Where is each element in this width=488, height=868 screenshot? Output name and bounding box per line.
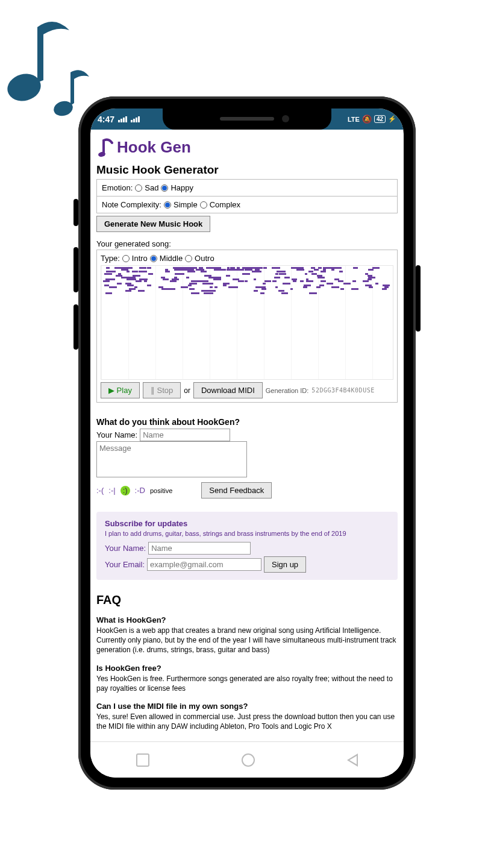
faq-q-0: What is HookGen? xyxy=(96,615,398,624)
radio-emotion-happy[interactable] xyxy=(161,184,168,192)
mute-icon: 🔕 xyxy=(362,115,372,124)
faq-a-2: Yes, sure! Even allowed in commercial us… xyxy=(96,712,398,731)
phone-notch xyxy=(163,108,331,130)
emotion-option-happy[interactable]: Happy xyxy=(170,183,193,192)
subscribe-heading: Subscribe for updates xyxy=(105,519,389,528)
lte-indicator: LTE xyxy=(348,116,360,123)
sentiment-vpositive-icon[interactable]: :-D xyxy=(135,486,145,495)
emotion-label: Emotion: xyxy=(102,183,133,192)
feedback-name-input[interactable] xyxy=(140,429,230,441)
signup-button[interactable]: Sign up xyxy=(264,556,306,573)
signal-icon-2 xyxy=(131,116,140,122)
sentiment-positive-icon[interactable]: :) xyxy=(120,486,130,495)
phone-frame: 4:47 LTE 🔕 42 ⚡ Hook Gen xyxy=(78,96,416,790)
signal-icon xyxy=(118,116,127,122)
battery-indicator: 42 xyxy=(374,115,386,123)
subscribe-panel: Subscribe for updates I plan to add drum… xyxy=(96,512,398,580)
send-feedback-button[interactable]: Send Feedback xyxy=(201,482,272,498)
volume-down-button xyxy=(74,304,78,350)
charging-icon: ⚡ xyxy=(388,115,396,123)
complexity-label: Note Complexity: xyxy=(102,200,161,209)
faq-q-1: Is HookGen free? xyxy=(96,664,398,673)
faq-a-1: Yes HookGen is free. Furthermore songs g… xyxy=(96,674,398,693)
nav-home-icon[interactable] xyxy=(242,753,255,767)
generation-id: 52DGG3F4B4K0DUSE xyxy=(311,387,374,394)
type-label: Type: xyxy=(101,254,120,263)
feedback-message-input[interactable] xyxy=(96,441,247,477)
radio-complexity-complex[interactable] xyxy=(200,201,207,209)
nav-back-icon[interactable] xyxy=(347,753,358,767)
faq-heading: FAQ xyxy=(96,593,398,607)
sentiment-label: positive xyxy=(150,487,172,494)
midi-panel: Type: Intro Middle Outro ▶ Play ∥ Stop o… xyxy=(96,250,398,403)
subscribe-email-label: Your Email: xyxy=(105,560,145,569)
page-title: Music Hook Generator xyxy=(96,163,398,177)
subscribe-name-label: Your Name: xyxy=(105,544,146,553)
sentiment-negative-icon[interactable]: :-( xyxy=(96,486,104,495)
complexity-option-complex[interactable]: Complex xyxy=(210,200,240,209)
download-midi-button[interactable]: Download MIDI xyxy=(193,382,263,398)
emotion-option-sad[interactable]: Sad xyxy=(145,183,158,192)
sentiment-neutral-icon[interactable]: :-| xyxy=(108,486,115,495)
play-button[interactable]: ▶ Play xyxy=(101,382,140,398)
subscribe-name-input[interactable] xyxy=(148,542,251,555)
hookgen-note-icon xyxy=(96,137,114,157)
status-time: 4:47 xyxy=(98,115,114,124)
complexity-row: Note Complexity: Simple Complex xyxy=(96,197,398,213)
type-option-outro[interactable]: Outro xyxy=(195,254,214,263)
app-logo: Hook Gen xyxy=(96,133,398,163)
logo-text: Hook Gen xyxy=(117,138,191,157)
music-note-icon xyxy=(6,9,96,118)
generate-button[interactable]: Generate New Music Hook xyxy=(96,216,210,232)
radio-complexity-simple[interactable] xyxy=(164,201,171,209)
android-nav-bar xyxy=(90,741,404,778)
radio-emotion-sad[interactable] xyxy=(135,184,142,192)
radio-type-intro[interactable] xyxy=(122,255,130,262)
feedback-name-label: Your Name: xyxy=(96,430,137,439)
type-option-intro[interactable]: Intro xyxy=(132,254,148,263)
or-label: or xyxy=(184,386,190,395)
feedback-heading: What do you think about HookGen? xyxy=(96,417,398,427)
midi-pianoroll xyxy=(101,265,393,380)
power-button xyxy=(416,265,421,332)
faq-q-2: Can I use the MIDI file in my own songs? xyxy=(96,702,398,711)
emotion-row: Emotion: Sad Happy xyxy=(96,179,398,197)
faq-a-0: HookGen is a web app that creates a bran… xyxy=(96,626,398,655)
generated-label: Your generated song: xyxy=(96,239,398,248)
volume-up-button xyxy=(74,247,78,292)
nav-recent-icon[interactable] xyxy=(136,753,149,767)
side-button xyxy=(74,199,78,226)
radio-type-middle[interactable] xyxy=(150,255,157,262)
subscribe-text: I plan to add drums, guitar, bass, strin… xyxy=(105,530,389,537)
radio-type-outro[interactable] xyxy=(185,255,192,262)
type-row: Type: Intro Middle Outro xyxy=(101,253,393,265)
generation-id-label: Generation ID: xyxy=(266,387,309,394)
complexity-option-simple[interactable]: Simple xyxy=(174,200,198,209)
type-option-middle[interactable]: Middle xyxy=(160,254,183,263)
stop-button[interactable]: ∥ Stop xyxy=(143,382,181,398)
subscribe-email-input[interactable] xyxy=(147,558,261,571)
